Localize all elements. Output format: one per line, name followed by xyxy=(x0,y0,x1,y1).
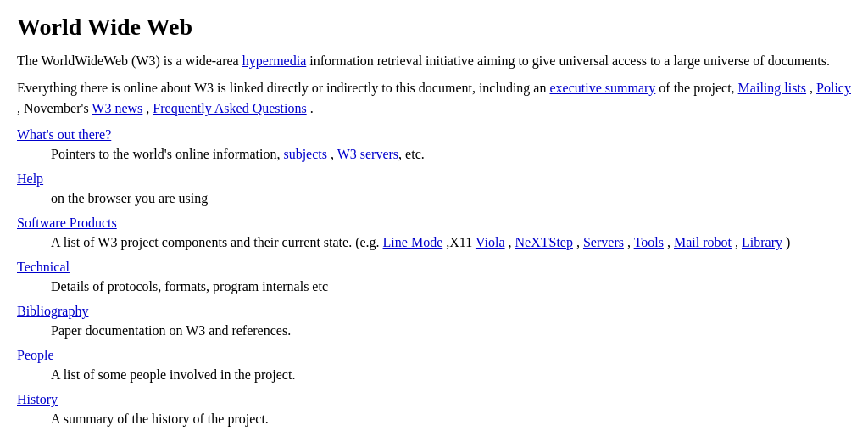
w3-servers-link[interactable]: W3 servers xyxy=(337,147,398,161)
mailing-lists-link[interactable]: Mailing lists xyxy=(738,81,806,95)
history-link[interactable]: History xyxy=(17,392,58,406)
mail-robot-link[interactable]: Mail robot xyxy=(674,235,732,249)
section-people-desc: A list of some people involved in the pr… xyxy=(51,365,851,385)
bibliography-link[interactable]: Bibliography xyxy=(17,304,88,318)
w3-news-link[interactable]: W3 news xyxy=(92,101,142,115)
section-technical-desc: Details of protocols, formats, program i… xyxy=(51,277,851,297)
section-bibliography-desc: Paper documentation on W3 and references… xyxy=(51,321,851,341)
viola-link[interactable]: Viola xyxy=(476,235,505,249)
section-whats-out-there: What's out there? xyxy=(17,127,851,143)
technical-link[interactable]: Technical xyxy=(17,260,70,274)
intro-paragraph-2: Everything there is online about W3 is l… xyxy=(17,78,851,119)
section-bibliography: Bibliography xyxy=(17,304,851,319)
page-title: World Wide Web xyxy=(17,14,851,41)
section-help-desc: on the browser you are using xyxy=(51,188,851,209)
tools-link[interactable]: Tools xyxy=(634,235,664,249)
line-mode-link[interactable]: Line Mode xyxy=(383,235,443,249)
whats-out-there-link[interactable]: What's out there? xyxy=(17,127,111,142)
section-people: People xyxy=(17,348,851,363)
intro-paragraph-1: The WorldWideWeb (W3) is a wide-area hyp… xyxy=(17,51,851,71)
section-technical: Technical xyxy=(17,260,851,275)
sections-list: What's out there? Pointers to the world'… xyxy=(17,127,851,431)
section-history: History xyxy=(17,392,851,407)
hypermedia-link[interactable]: hypermedia xyxy=(242,53,307,68)
people-link[interactable]: People xyxy=(17,348,54,362)
section-help: Help xyxy=(17,171,851,187)
section-software-products-desc: A list of W3 project components and thei… xyxy=(51,232,851,253)
servers-link[interactable]: Servers xyxy=(583,235,624,249)
library-link[interactable]: Library xyxy=(742,235,782,249)
section-whats-out-there-desc: Pointers to the world's online informati… xyxy=(51,144,851,165)
section-software-products: Software Products xyxy=(17,216,851,231)
subjects-link[interactable]: subjects xyxy=(283,147,327,161)
section-history-desc: A summary of the history of the project. xyxy=(51,409,851,429)
help-link[interactable]: Help xyxy=(17,171,43,186)
nextstep-link[interactable]: NeXTStep xyxy=(515,235,573,249)
executive-summary-link[interactable]: executive summary xyxy=(549,81,655,95)
software-products-link[interactable]: Software Products xyxy=(17,216,117,230)
faq-link[interactable]: Frequently Asked Questions xyxy=(153,101,306,115)
policy-link[interactable]: Policy xyxy=(816,81,851,95)
